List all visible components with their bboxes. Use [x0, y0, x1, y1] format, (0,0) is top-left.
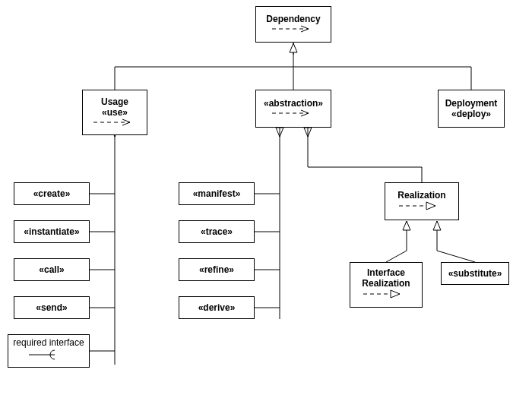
node-manifest: «manifest»: [179, 182, 255, 205]
node-required-interface: required interface: [8, 334, 90, 368]
realization-title: Realization: [397, 190, 445, 201]
node-abstraction: «abstraction»: [255, 90, 331, 128]
node-create: «create»: [14, 182, 90, 205]
dashed-arrow-icon: [92, 118, 138, 129]
refine-stereo: «refine»: [199, 264, 234, 275]
node-refine: «refine»: [179, 258, 255, 281]
send-stereo: «send»: [36, 302, 67, 313]
svg-line-26: [437, 251, 475, 262]
call-stereo: «call»: [39, 264, 64, 275]
node-derive: «derive»: [179, 296, 255, 319]
node-trace: «trace»: [179, 220, 255, 243]
trace-stereo: «trace»: [201, 226, 233, 237]
node-call: «call»: [14, 258, 90, 281]
usage-title: Usage: [101, 96, 128, 107]
dashed-arrow-icon: [271, 24, 316, 36]
dashed-arrow-icon: [271, 109, 316, 120]
realization-arrow-icon: [362, 289, 410, 302]
node-instantiate: «instantiate»: [14, 220, 90, 243]
instantiate-stereo: «instantiate»: [24, 226, 79, 237]
svg-line-25: [386, 251, 407, 262]
node-deployment: Deployment «deploy»: [438, 90, 505, 128]
required-interface-icon: [24, 348, 73, 364]
node-substitute: «substitute»: [441, 262, 509, 285]
ir-title: Interface Realization: [362, 268, 410, 289]
usage-stereo: «use»: [102, 107, 128, 118]
node-send: «send»: [14, 296, 90, 319]
reqif-label: required interface: [13, 337, 84, 348]
dependency-title: Dependency: [266, 14, 320, 24]
deployment-stereo: «deploy»: [451, 109, 491, 119]
derive-stereo: «derive»: [198, 302, 236, 313]
node-usage: Usage «use»: [82, 90, 147, 135]
node-interface-realization: Interface Realization: [350, 262, 423, 308]
create-stereo: «create»: [33, 188, 71, 199]
abstraction-stereo: «abstraction»: [264, 98, 323, 109]
realization-arrow-icon: [397, 201, 446, 213]
manifest-stereo: «manifest»: [193, 188, 241, 199]
node-realization: Realization: [385, 182, 459, 220]
node-dependency: Dependency: [255, 6, 331, 43]
substitute-stereo: «substitute»: [448, 268, 502, 279]
deployment-title: Deployment: [445, 98, 498, 109]
